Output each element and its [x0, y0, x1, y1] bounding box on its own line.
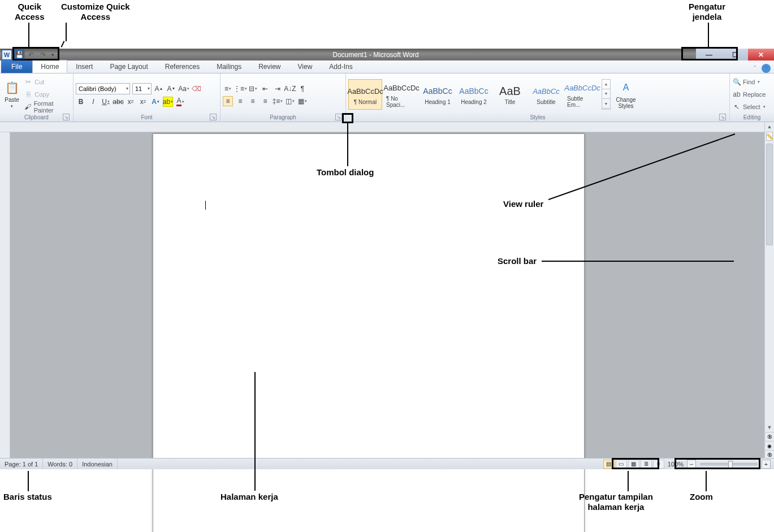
- zoom-slider-handle[interactable]: [728, 461, 733, 469]
- tab-home[interactable]: Home: [32, 60, 67, 73]
- shading-icon[interactable]: ◫: [285, 96, 295, 106]
- zoom-in-button[interactable]: +: [762, 460, 771, 469]
- style-subtle-em[interactable]: AaBbCcDcSubtle Em...: [565, 79, 599, 110]
- font-launcher-icon[interactable]: ↘: [210, 114, 217, 120]
- status-page[interactable]: Page: 1 of 1: [0, 459, 43, 469]
- style-preview: AaBbCc: [533, 83, 560, 99]
- style-subtitle[interactable]: AaBbCcSubtitle: [529, 79, 563, 110]
- replace-button[interactable]: abReplace: [732, 89, 772, 100]
- subscript-button[interactable]: x2: [126, 97, 136, 107]
- zoom-out-button[interactable]: −: [687, 460, 696, 469]
- clear-formatting-icon[interactable]: ⌫: [191, 84, 201, 94]
- tab-review[interactable]: Review: [250, 60, 289, 73]
- styles-gallery-more[interactable]: ▴▾▾: [602, 79, 611, 110]
- numbering-icon[interactable]: ⋮≡: [235, 84, 245, 94]
- style-heading1[interactable]: AaBbCcHeading 1: [421, 79, 455, 110]
- close-button[interactable]: ✕: [748, 49, 774, 60]
- decrease-indent-icon[interactable]: ⇤: [260, 84, 270, 94]
- align-left-icon[interactable]: ≡: [223, 96, 233, 106]
- scroll-down-icon[interactable]: ▼: [765, 423, 774, 432]
- styles-launcher-icon[interactable]: ↘: [719, 114, 726, 120]
- status-words[interactable]: Words: 0: [43, 459, 77, 469]
- group-font: Calibri (Body) 11 A▲ A▼ Aa ⌫ B I U abc x…: [73, 73, 220, 122]
- prev-page-icon[interactable]: ⦿: [765, 432, 774, 441]
- horizontal-ruler[interactable]: [0, 122, 764, 132]
- clipboard-launcher-icon[interactable]: ↘: [63, 114, 70, 120]
- vertical-ruler[interactable]: [0, 132, 10, 459]
- maximize-button[interactable]: ☐: [722, 49, 748, 60]
- style-heading2[interactable]: AaBbCcHeading 2: [457, 79, 491, 110]
- replace-icon: ab: [732, 90, 741, 99]
- help-icon[interactable]: ?: [762, 64, 771, 73]
- align-center-icon[interactable]: ≡: [235, 96, 245, 106]
- format-painter-label: Format Painter: [34, 100, 71, 114]
- paragraph-launcher-icon[interactable]: ↘: [335, 114, 342, 120]
- text-effects-icon[interactable]: A: [150, 97, 161, 107]
- copy-button[interactable]: ⎘Copy: [24, 89, 71, 100]
- view-outline-icon[interactable]: ≣: [641, 460, 652, 469]
- paste-button[interactable]: 📋 Paste ▾: [2, 75, 21, 114]
- style-no-spacing[interactable]: AaBbCcDc¶ No Spaci...: [384, 79, 418, 110]
- status-language[interactable]: Indonesian: [77, 459, 118, 469]
- style-title[interactable]: AaBTitle: [493, 79, 527, 110]
- word-app-icon[interactable]: W: [2, 50, 12, 60]
- tab-insert[interactable]: Insert: [67, 60, 101, 73]
- save-icon[interactable]: 💾: [14, 50, 24, 60]
- scroll-up-icon[interactable]: ▲: [765, 122, 774, 131]
- group-clipboard: 📋 Paste ▾ ✂Cut ⎘Copy 🖌Format Painter Cli…: [0, 73, 73, 122]
- view-ruler-button[interactable]: 📏: [766, 132, 773, 141]
- paste-label: Paste: [5, 97, 19, 103]
- tab-file[interactable]: File: [1, 60, 32, 73]
- italic-button[interactable]: I: [88, 97, 98, 107]
- format-painter-button[interactable]: 🖌Format Painter: [24, 101, 71, 113]
- font-name-select[interactable]: Calibri (Body): [76, 83, 130, 94]
- view-draft-icon[interactable]: ≡: [653, 460, 664, 469]
- superscript-button[interactable]: x2: [138, 97, 148, 107]
- strikethrough-button[interactable]: abc: [113, 97, 123, 107]
- line-spacing-icon[interactable]: ‡≡: [273, 96, 283, 106]
- change-case-icon[interactable]: Aa: [179, 84, 189, 94]
- zoom-slider[interactable]: [701, 463, 757, 465]
- show-marks-icon[interactable]: ¶: [297, 84, 308, 94]
- highlight-icon[interactable]: ab: [163, 97, 173, 107]
- find-button[interactable]: 🔍Find▾: [732, 76, 772, 88]
- tab-mailings[interactable]: Mailings: [208, 60, 250, 73]
- style-normal[interactable]: AaBbCcDc¶ Normal: [348, 79, 382, 110]
- justify-icon[interactable]: ≡: [260, 96, 270, 106]
- bullets-icon[interactable]: ≡: [223, 84, 233, 94]
- tab-references[interactable]: References: [157, 60, 208, 73]
- title-bar: W 💾 ↶ ↷ ▾ Document1 - Microsoft Word — ☐…: [0, 49, 774, 60]
- shrink-font-icon[interactable]: A▼: [166, 84, 176, 94]
- font-color-icon[interactable]: A: [175, 97, 185, 107]
- vertical-scrollbar[interactable]: ▲ 📏 ▼ ⦿ ◉ ⦿: [764, 122, 774, 459]
- grow-font-icon[interactable]: A▲: [154, 84, 164, 94]
- select-button[interactable]: ↖Select▾: [732, 101, 772, 113]
- change-styles-button[interactable]: A Change Styles: [613, 80, 639, 109]
- document-page[interactable]: [153, 133, 585, 532]
- align-right-icon[interactable]: ≡: [248, 96, 258, 106]
- customize-qat-icon[interactable]: ▾: [50, 50, 55, 60]
- redo-icon[interactable]: ↷: [38, 50, 48, 60]
- multilevel-icon[interactable]: ⊟: [248, 84, 258, 94]
- zoom-level[interactable]: 100%: [668, 461, 684, 468]
- tab-page-layout[interactable]: Page Layout: [101, 60, 156, 73]
- cut-button[interactable]: ✂Cut: [24, 76, 71, 88]
- view-print-layout-icon[interactable]: ▤: [603, 460, 615, 469]
- borders-icon[interactable]: ▦: [297, 96, 308, 106]
- bold-button[interactable]: B: [76, 97, 86, 107]
- browse-object-icon[interactable]: ◉: [765, 441, 774, 450]
- minimize-button[interactable]: —: [696, 49, 722, 60]
- minimize-ribbon-icon[interactable]: ˆ: [750, 64, 759, 73]
- increase-indent-icon[interactable]: ⇥: [273, 84, 283, 94]
- view-web-layout-icon[interactable]: ▦: [628, 460, 639, 469]
- status-bar: Page: 1 of 1 Words: 0 Indonesian ▤ ▭ ▦ ≣…: [0, 458, 774, 469]
- tab-addins[interactable]: Add-Ins: [321, 60, 361, 73]
- font-size-select[interactable]: 11: [132, 83, 152, 94]
- sort-icon[interactable]: A↓Z: [285, 84, 295, 94]
- scroll-thumb[interactable]: [766, 144, 773, 245]
- view-full-screen-icon[interactable]: ▭: [616, 460, 627, 469]
- tab-view[interactable]: View: [289, 60, 321, 73]
- annotation-view-ruler: View ruler: [503, 199, 543, 209]
- undo-icon[interactable]: ↶: [26, 50, 36, 60]
- underline-button[interactable]: U: [101, 97, 111, 107]
